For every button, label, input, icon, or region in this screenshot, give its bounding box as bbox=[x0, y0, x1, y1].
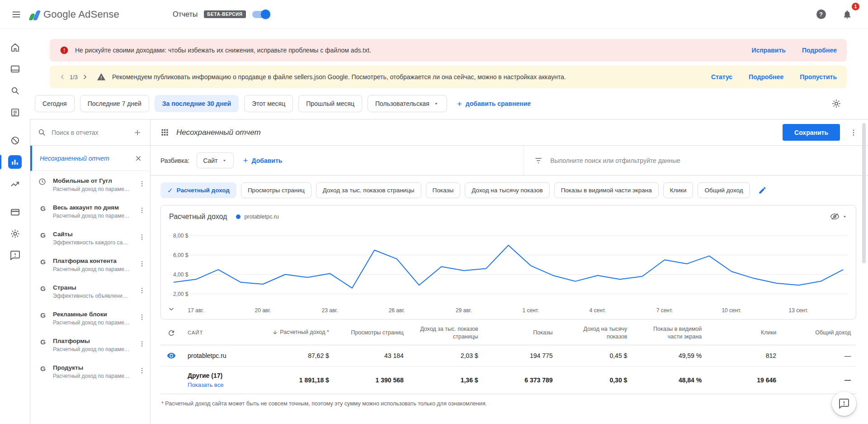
metric-chip-page-views[interactable]: Просмотры страниц bbox=[241, 182, 311, 198]
kebab-menu-icon[interactable] bbox=[136, 257, 148, 270]
report-settings-gear-icon[interactable] bbox=[827, 95, 845, 113]
collapse-chart-chevron-icon[interactable] bbox=[167, 305, 175, 313]
save-button[interactable]: Сохранить bbox=[783, 124, 840, 141]
date-chip-last-7-days[interactable]: Последние 7 дней bbox=[80, 95, 149, 112]
date-chip-this-month[interactable]: Этот месяц bbox=[244, 95, 293, 112]
add-breakdown-button[interactable]: + Добавить bbox=[243, 156, 282, 165]
saved-report-item[interactable]: G СайтыЭффективность каждого сайта bbox=[30, 224, 150, 251]
kebab-menu-icon[interactable] bbox=[136, 338, 148, 350]
status-link[interactable]: Статус bbox=[711, 73, 732, 81]
kebab-menu-icon[interactable] bbox=[136, 311, 148, 324]
breakdown-dimension-chip[interactable]: Сайт bbox=[197, 152, 234, 168]
line-chart: 8,00 $6,00 $4,00 $2,00 $ bbox=[169, 226, 848, 304]
add-comparison-button[interactable]: + добавить сравнение bbox=[457, 100, 531, 108]
beta-toggle[interactable] bbox=[252, 11, 269, 18]
hamburger-menu-icon[interactable] bbox=[7, 5, 25, 24]
alert-message: Рекомендуем публиковать информацию о про… bbox=[112, 73, 566, 81]
sidebar-item-sites[interactable] bbox=[0, 101, 30, 123]
refresh-icon[interactable] bbox=[165, 327, 178, 339]
series-visibility-control[interactable] bbox=[830, 212, 848, 221]
sidebar-item-optimization[interactable] bbox=[0, 173, 30, 195]
report-item-subtitle: Расчетный доход по парамет... bbox=[53, 186, 130, 192]
active-report-item[interactable]: Несохраненный отчет bbox=[30, 146, 150, 171]
feedback-fab[interactable] bbox=[832, 391, 856, 416]
column-header-impressions[interactable]: Показы bbox=[484, 321, 558, 345]
report-item-title: Страны bbox=[53, 284, 130, 291]
skip-link[interactable]: Пропустить bbox=[800, 73, 837, 81]
sidebar-item-reports[interactable] bbox=[0, 151, 30, 173]
kebab-menu-icon[interactable] bbox=[136, 204, 148, 217]
metric-chip-total-earnings[interactable]: Общий доход bbox=[698, 182, 750, 198]
kebab-menu-icon[interactable] bbox=[136, 177, 148, 190]
close-icon[interactable] bbox=[132, 152, 145, 165]
saved-reports-panel: Несохраненный отчет Мобильные от ГуглРас… bbox=[30, 119, 151, 424]
date-chip-today[interactable]: Сегодня bbox=[35, 95, 75, 112]
alert-banners: Не рискуйте своими доходами: чтобы избеж… bbox=[30, 29, 868, 88]
kebab-menu-icon[interactable] bbox=[136, 364, 148, 377]
eye-visibility-icon[interactable] bbox=[165, 349, 178, 362]
sidebar-item-payments[interactable] bbox=[0, 201, 30, 223]
chevron-right-icon[interactable] bbox=[79, 71, 91, 83]
chevron-down-icon bbox=[433, 100, 439, 107]
sidebar-item-home[interactable] bbox=[0, 36, 30, 58]
notifications-icon[interactable]: 1 bbox=[838, 5, 856, 24]
edit-metrics-pencil-icon[interactable] bbox=[756, 184, 769, 197]
more-link[interactable]: Подробнее bbox=[802, 47, 837, 54]
metric-chip-impression-rpm[interactable]: Доход на тысячу показов bbox=[465, 182, 549, 198]
sidebar-item-blocking[interactable] bbox=[0, 129, 30, 151]
kebab-menu-icon[interactable] bbox=[136, 231, 148, 243]
add-report-plus-icon[interactable] bbox=[131, 126, 144, 139]
metric-chip-estimated-earnings[interactable]: ✓ Расчетный доход bbox=[160, 182, 236, 198]
value-cell: 1 390 568 bbox=[335, 366, 409, 394]
column-header-page-views[interactable]: Просмотры страниц bbox=[335, 321, 409, 345]
report-kebab-menu-icon[interactable] bbox=[847, 126, 860, 139]
kebab-menu-icon[interactable] bbox=[136, 284, 148, 297]
metric-chip-viewability[interactable]: Показы в видимой части экрана bbox=[554, 182, 659, 198]
column-header-estimated-earnings[interactable]: Расчетный доход * bbox=[260, 321, 335, 345]
report-item-subtitle: Расчетный доход по парамет... bbox=[53, 319, 130, 326]
saved-report-item[interactable]: G ПродуктыРасчетный доход по парамет... bbox=[30, 358, 150, 385]
report-item-title: Платформа контента bbox=[53, 257, 130, 264]
metric-chip-page-rpm[interactable]: Доход за тыс. показов страницы bbox=[316, 182, 421, 198]
sidebar-item-settings[interactable] bbox=[0, 223, 30, 244]
sidebar-item-feedback[interactable] bbox=[0, 244, 30, 266]
report-item-subtitle: Эффективность объявлений ... bbox=[53, 293, 130, 299]
saved-report-item[interactable]: G Рекламные блокиРасчетный доход по пара… bbox=[30, 305, 150, 331]
filter-icon bbox=[534, 156, 543, 165]
reports-search-input[interactable] bbox=[52, 129, 126, 136]
column-header-impression-rpm[interactable]: Доход на тысячу показов bbox=[558, 321, 633, 345]
saved-report-item[interactable]: G СтраныЭффективность объявлений ... bbox=[30, 278, 150, 305]
sidebar-item-ads[interactable] bbox=[0, 58, 30, 80]
column-header-page-rpm[interactable]: Доход за тыс. показов страницы bbox=[409, 321, 484, 345]
report-title: Несохраненный отчет bbox=[176, 128, 261, 137]
date-chip-last-month[interactable]: Прошлый месяц bbox=[298, 95, 362, 112]
column-header-site[interactable]: САЙТ bbox=[182, 321, 260, 345]
error-icon bbox=[60, 46, 69, 55]
table-row: protabletpc.ru 87,62 $ 43 184 2,03 $ 194… bbox=[160, 345, 856, 366]
fix-link[interactable]: Исправить bbox=[752, 47, 786, 54]
chevron-left-icon[interactable] bbox=[56, 71, 69, 83]
column-header-viewability[interactable]: Показы в видимой части экрана bbox=[632, 321, 707, 345]
column-header-total-earnings[interactable]: Общий доход bbox=[782, 321, 856, 345]
saved-report-item[interactable]: G Весь аккаунт по днямРасчетный доход по… bbox=[30, 198, 150, 224]
value-cell: 812 bbox=[707, 345, 782, 366]
report-item-title: Платформы bbox=[53, 338, 130, 344]
google-g-icon: G bbox=[38, 257, 47, 266]
x-tick-label: 10 сент. bbox=[722, 307, 741, 314]
more-link[interactable]: Подробнее bbox=[749, 73, 783, 81]
help-icon[interactable]: ? bbox=[812, 5, 830, 24]
metric-chip-impressions[interactable]: Показы bbox=[426, 182, 461, 198]
active-report-name: Несохраненный отчет bbox=[40, 155, 132, 162]
metric-chip-clicks[interactable]: Клики bbox=[663, 182, 693, 198]
show-all-link[interactable]: Показать все bbox=[188, 381, 223, 388]
saved-report-item[interactable]: G Платформа контентаРасчетный доход по п… bbox=[30, 251, 150, 278]
saved-report-item[interactable]: G ПлатформыРасчетный доход по парамет... bbox=[30, 331, 150, 358]
date-chip-custom[interactable]: Пользовательская bbox=[368, 95, 447, 112]
column-header-clicks[interactable]: Клики bbox=[707, 321, 782, 345]
saved-report-item[interactable]: Мобильные от ГуглРасчетный доход по пара… bbox=[30, 171, 150, 198]
x-tick-label: 7 сент. bbox=[656, 307, 673, 314]
vertical-scrollbar[interactable] bbox=[862, 123, 866, 263]
table-filter-input[interactable] bbox=[550, 157, 858, 164]
date-chip-last-30-days[interactable]: За последние 30 дней bbox=[155, 95, 239, 112]
sidebar-item-search[interactable] bbox=[0, 80, 30, 101]
